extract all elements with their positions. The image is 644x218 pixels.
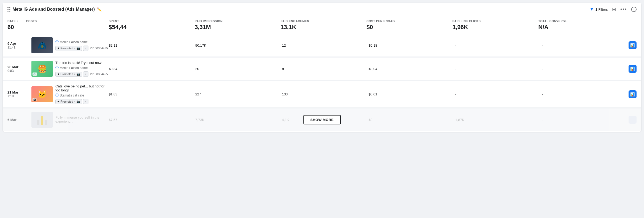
filter-label: 1 Filters [596, 7, 608, 11]
header: Meta IG Ads and Boosted (Ads Manager) ✏️… [3, 3, 641, 16]
stat-paid-engagement: PAID ENGAGEMEN 13,1K [280, 19, 366, 31]
row-paid-impressions: 7,73K [195, 118, 282, 122]
date-label: DATE ↓ POSTS [7, 19, 109, 23]
tag-badge: 🏷 100334455 [89, 72, 108, 76]
drag-handle[interactable] [7, 7, 10, 12]
paid-impressions-label: PAID IMPRESSION [195, 19, 281, 23]
row-paid-engagement: 8 [282, 67, 369, 71]
promoted-badge: ★ Promoted × 📷 [55, 46, 82, 51]
stat-total-conversions: TOTAL CONVERSI... N/A [538, 19, 624, 31]
row-spent: $1,83 [109, 92, 195, 96]
stat-cost-per-engagement: COST PER ENGAG $0 [366, 19, 453, 31]
row-date: 6 Mar [7, 118, 31, 122]
stats-row: DATE ↓ POSTS 60 SPENT $54,44 PAID IMPRES… [3, 16, 641, 34]
total-conversions-value: N/A [538, 24, 624, 31]
image-overlay: 🖼 [32, 98, 36, 101]
row-cost-per-engagement: $0,01 [369, 92, 455, 96]
row-paid-impressions: 227 [195, 92, 282, 96]
show-more-wrapper: 6 Mar Fully immerse yourself in the expe… [3, 108, 641, 131]
row-spent: $2,11 [109, 43, 195, 47]
tag-icon: 🏷 [89, 72, 92, 76]
stat-paid-link-clicks: PAID LINK CLICKS 1,96K [453, 19, 539, 31]
bar-chart-thumb [45, 120, 47, 125]
row-paid-impressions: 90,17K [195, 43, 282, 47]
page-title: Meta IG Ads and Boosted (Ads Manager) [13, 7, 95, 12]
bar-chart-thumb [41, 116, 43, 125]
bar-chart-icon: 📊 [630, 92, 635, 96]
posts-value: 60 [7, 24, 109, 31]
arrow-badge[interactable]: › [83, 99, 88, 104]
bar-chart-thumb [37, 120, 39, 125]
post-thumbnail: 🧥 [31, 37, 53, 53]
row-post: Fully immerse yourself in the experienc.… [31, 112, 109, 128]
promoted-badge: ★ Promoted × 📷 [55, 72, 82, 77]
tag-badge: 🏷 100334455 [89, 47, 108, 50]
main-container: Meta IG Ads and Boosted (Ads Manager) ✏️… [3, 3, 641, 132]
post-title: The trio is back! Try it out now! [55, 61, 109, 65]
bar-chart-icon: 📊 [630, 43, 635, 47]
tag-icon: 🏷 [89, 47, 92, 50]
info-icon[interactable]: i [631, 7, 637, 12]
stat-spent: SPENT $54,44 [109, 19, 195, 31]
paid-engagement-value: 13,1K [280, 24, 366, 31]
chart-button-placeholder [629, 116, 637, 124]
row-paid-link-clicks: - [455, 92, 542, 96]
paid-engagement-label: PAID ENGAGEMEN [280, 19, 366, 23]
row-post: 🐱 🖼 Cats love being pet... but not for t… [31, 84, 109, 104]
star-icon: ★ [57, 73, 60, 76]
row-date: 9 Apr 11:41 [7, 42, 31, 49]
star-icon: ★ [57, 100, 60, 103]
more-options-icon[interactable]: ••• [620, 7, 627, 12]
post-title: Fully immerse yourself in the experienc.… [55, 115, 109, 123]
row-cost-per-engagement: $0,18 [369, 43, 455, 47]
post-tags: ★ Promoted × 📷 › [55, 99, 109, 104]
post-tags: ★ Promoted × 📷 › 🏷 100334455 [55, 46, 109, 51]
row-post: 🍔 🔗 The trio is back! Try it out now! ⓕ … [31, 61, 109, 77]
instagram-icon: 📷 [76, 72, 80, 76]
table-row: 9 Apr 11:41 🧥 ⓕ Merlin Falcon name ★ Pro… [3, 34, 641, 56]
row-total-conversions: - [542, 118, 629, 122]
stat-date-posts: DATE ↓ POSTS 60 [7, 19, 109, 31]
post-account: ⓕ Stamat's cat cafe [55, 93, 109, 98]
filter-button[interactable]: ▼ 1 Filters [590, 7, 608, 12]
paid-link-clicks-value: 1,96K [453, 24, 539, 31]
post-account: ⓕ Merlin Falcon name [55, 40, 109, 44]
chart-button[interactable]: 📊 [629, 65, 637, 73]
arrow-badge[interactable]: › [83, 71, 88, 77]
bar-chart-icon: 📊 [630, 67, 635, 71]
stat-paid-impressions: PAID IMPRESSION 3,31M [195, 19, 281, 31]
post-info: Fully immerse yourself in the experienc.… [55, 115, 109, 124]
cost-per-engagement-label: COST PER ENGAG [366, 19, 453, 23]
row-post: 🧥 ⓕ Merlin Falcon name ★ Promoted × 📷 [31, 37, 109, 53]
row-paid-link-clicks: - [455, 67, 542, 71]
cost-per-engagement-value: $0 [366, 24, 453, 31]
sort-arrow[interactable]: ↓ [17, 19, 18, 23]
facebook-icon: ⓕ [55, 93, 59, 98]
table-row: 26 Mar 9:03 🍔 🔗 The trio is back! Try it… [3, 58, 641, 80]
facebook-icon: ⓕ [55, 66, 59, 70]
chart-button[interactable]: 📊 [629, 90, 637, 98]
row-paid-link-clicks: - [455, 43, 542, 47]
row-paid-impressions: 20 [195, 67, 282, 71]
row-date: 21 Mar 7:19 [7, 90, 31, 98]
table-row: 21 Mar 7:19 🐱 🖼 Cats love being pet... b… [3, 81, 641, 107]
post-info: ⓕ Merlin Falcon name ★ Promoted × 📷 › 🏷 [55, 40, 109, 51]
post-thumbnail: 🍔 🔗 [31, 61, 53, 77]
promoted-badge: ★ Promoted × 📷 [55, 99, 82, 104]
show-more-button[interactable]: SHOW MORE [303, 115, 341, 124]
post-account: ⓕ Merlin Falcon name [55, 66, 109, 70]
table-body: 9 Apr 11:41 🧥 ⓕ Merlin Falcon name ★ Pro… [3, 34, 641, 131]
edit-icon[interactable]: ✏️ [97, 7, 101, 11]
arrow-badge[interactable]: › [83, 46, 88, 51]
row-total-conversions: - [542, 67, 629, 71]
chart-button[interactable]: 📊 [629, 41, 637, 49]
grid-view-icon[interactable]: ⊞ [612, 6, 616, 12]
thumb-food-icon: 🍔 [38, 64, 47, 73]
header-left: Meta IG Ads and Boosted (Ads Manager) ✏️ [7, 7, 101, 12]
total-conversions-label: TOTAL CONVERSI... [538, 19, 624, 23]
spent-label: SPENT [109, 19, 195, 23]
post-thumbnail [31, 112, 53, 128]
row-spent: $7,57 [109, 118, 195, 122]
star-icon: ★ [57, 47, 60, 50]
post-info: The trio is back! Try it out now! ⓕ Merl… [55, 61, 109, 77]
